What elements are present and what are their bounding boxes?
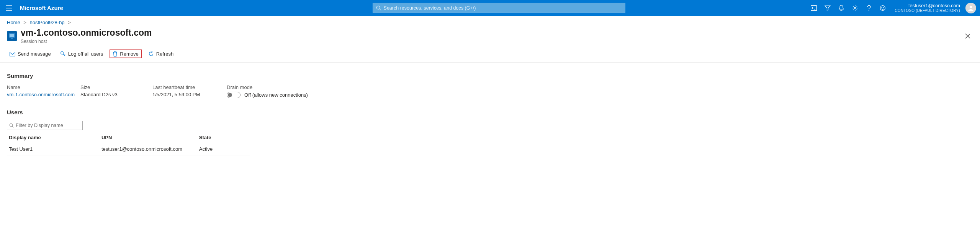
bell-icon [839, 5, 844, 11]
users-filter[interactable] [7, 121, 83, 130]
svg-rect-2 [811, 5, 817, 10]
remove-button[interactable]: Remove [110, 49, 141, 58]
refresh-label: Refresh [156, 51, 174, 57]
search-icon [376, 5, 381, 11]
summary-size-label: Size [80, 84, 152, 90]
close-icon [965, 33, 970, 39]
mail-icon [10, 52, 15, 56]
svg-point-9 [970, 5, 972, 8]
summary-heartbeat-value: 1/5/2021, 5:59:00 PM [152, 92, 227, 97]
help-button[interactable] [863, 2, 875, 14]
hamburger-menu-button[interactable] [4, 3, 15, 13]
refresh-icon [148, 51, 154, 57]
hamburger-icon [6, 5, 12, 11]
table-row[interactable]: Test User1 testuser1@contoso.onmicrosoft… [7, 143, 250, 155]
breadcrumb: Home > hostPool928-hp > [0, 16, 980, 27]
help-icon [866, 5, 872, 11]
cell-display-name: Test User1 [7, 143, 100, 155]
col-display-name[interactable]: Display name [7, 132, 100, 143]
search-icon [9, 123, 14, 128]
users-filter-input[interactable] [16, 123, 80, 128]
brand-label: Microsoft Azure [20, 5, 63, 11]
svg-point-5 [869, 10, 869, 11]
page-subtitle: Session host [21, 39, 152, 44]
global-header: Microsoft Azure testuser1@contoso.com CO… [0, 0, 980, 16]
summary-heartbeat-label: Last heartbeat time [152, 84, 227, 90]
breadcrumb-sep: > [23, 20, 26, 25]
svg-point-7 [882, 7, 882, 8]
users-table: Display name UPN State Test User1 testus… [7, 132, 250, 155]
svg-rect-12 [11, 38, 13, 39]
notifications-button[interactable] [836, 2, 847, 14]
send-message-label: Send message [18, 51, 51, 57]
breadcrumb-home[interactable]: Home [7, 20, 20, 25]
svg-rect-11 [10, 34, 14, 37]
log-off-label: Log off all users [68, 51, 103, 57]
refresh-button[interactable]: Refresh [146, 50, 177, 58]
svg-point-14 [61, 52, 63, 54]
remove-label: Remove [120, 51, 138, 57]
cloud-shell-icon [811, 5, 817, 11]
avatar-icon [967, 4, 975, 12]
summary-size-value: Standard D2s v3 [80, 92, 152, 97]
svg-point-4 [854, 7, 856, 8]
feedback-button[interactable] [877, 2, 888, 14]
breadcrumb-sep: > [68, 20, 71, 25]
directory-filter-button[interactable] [822, 2, 833, 14]
settings-button[interactable] [849, 2, 861, 14]
col-upn[interactable]: UPN [100, 132, 197, 143]
svg-point-6 [880, 5, 885, 10]
filter-icon [825, 5, 831, 11]
log-off-button[interactable]: Log off all users [57, 50, 106, 58]
page-title: vm-1.contoso.onmicrosoft.com [21, 28, 152, 38]
drain-mode-status: Off (allows new connections) [244, 92, 308, 98]
account-directory: CONTOSO (DEFAULT DIRECTORY) [895, 8, 960, 13]
session-host-icon [7, 31, 17, 41]
feedback-icon [880, 5, 886, 11]
summary-name-label: Name [7, 84, 80, 90]
svg-line-1 [380, 9, 381, 10]
avatar[interactable] [965, 3, 976, 13]
send-message-button[interactable]: Send message [7, 50, 54, 58]
command-bar: Send message Log off all users Remove Re… [0, 47, 980, 63]
users-heading: Users [7, 109, 973, 115]
account-email: testuser1@contoso.com [908, 3, 960, 8]
summary-heading: Summary [7, 73, 973, 79]
content: Summary Name vm-1.contoso.onmicrosoft.co… [0, 63, 980, 165]
global-search[interactable] [373, 3, 625, 13]
summary-drain-label: Drain mode [227, 84, 308, 90]
gear-icon [852, 5, 858, 11]
trash-icon [113, 51, 118, 57]
svg-point-0 [376, 6, 380, 9]
svg-rect-13 [10, 52, 15, 56]
close-blade-button[interactable] [962, 31, 973, 41]
cell-state: Active [197, 143, 250, 155]
cloud-shell-button[interactable] [808, 2, 820, 14]
summary-grid: Name vm-1.contoso.onmicrosoft.com Size S… [7, 84, 973, 98]
key-icon [60, 51, 66, 57]
svg-line-16 [12, 126, 13, 127]
col-state[interactable]: State [197, 132, 250, 143]
summary-name-value[interactable]: vm-1.contoso.onmicrosoft.com [7, 92, 80, 97]
svg-point-8 [883, 7, 884, 8]
account-info[interactable]: testuser1@contoso.com CONTOSO (DEFAULT D… [895, 3, 960, 13]
drain-mode-toggle[interactable] [227, 92, 241, 98]
title-row: vm-1.contoso.onmicrosoft.com Session hos… [0, 27, 980, 47]
breadcrumb-hostpool[interactable]: hostPool928-hp [30, 20, 65, 25]
svg-point-15 [10, 124, 13, 127]
cell-upn: testuser1@contoso.onmicrosoft.com [100, 143, 197, 155]
global-search-input[interactable] [384, 5, 622, 11]
